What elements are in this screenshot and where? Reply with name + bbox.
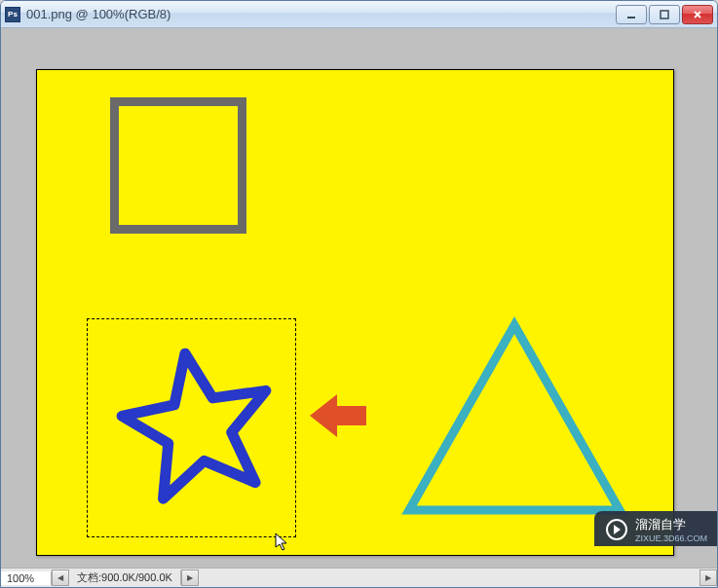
svg-marker-3: [409, 325, 620, 510]
square-shape[interactable]: [110, 97, 246, 234]
svg-marker-2: [115, 343, 281, 503]
canvas-viewport[interactable]: 溜溜自学 ZIXUE.3D66.COM: [1, 28, 717, 568]
arrow-shape[interactable]: [310, 391, 368, 443]
watermark-brand: 溜溜自学: [635, 517, 686, 532]
scroll-right-button[interactable]: ▶: [699, 570, 717, 586]
watermark-sub: ZIXUE.3D66.COM: [635, 533, 707, 543]
close-button[interactable]: [682, 5, 713, 24]
svg-marker-4: [310, 394, 366, 437]
document-info: 文档:900.0K/900.0K: [69, 570, 181, 585]
app-icon: Ps: [5, 7, 20, 22]
arrow-left-icon: [310, 391, 368, 440]
app-window: Ps 001.png @ 100%(RGB/8): [0, 0, 718, 588]
window-controls: [616, 5, 713, 24]
minimize-button[interactable]: [616, 5, 647, 24]
svg-rect-1: [661, 11, 668, 18]
maximize-button[interactable]: [649, 5, 680, 24]
window-title: 001.png @ 100%(RGB/8): [26, 7, 616, 21]
svg-rect-0: [627, 17, 635, 18]
info-toggle-button[interactable]: ▶: [181, 570, 199, 586]
statusbar: 100% ◀ 文档:900.0K/900.0K ▶ ▶: [1, 568, 717, 587]
play-icon: [606, 519, 627, 540]
zoom-level[interactable]: 100%: [1, 571, 52, 585]
maximize-icon: [659, 9, 670, 20]
scroll-left-button[interactable]: ◀: [52, 570, 69, 586]
triangle-shape[interactable]: [397, 315, 631, 523]
document-canvas[interactable]: [36, 69, 674, 556]
watermark-badge: 溜溜自学 ZIXUE.3D66.COM: [594, 511, 717, 546]
star-shape[interactable]: [115, 343, 281, 511]
triangle-icon: [397, 315, 631, 520]
cursor-icon: [275, 533, 290, 555]
minimize-icon: [625, 9, 637, 20]
star-icon: [115, 343, 281, 508]
close-icon: [692, 9, 703, 20]
titlebar[interactable]: Ps 001.png @ 100%(RGB/8): [1, 1, 717, 28]
